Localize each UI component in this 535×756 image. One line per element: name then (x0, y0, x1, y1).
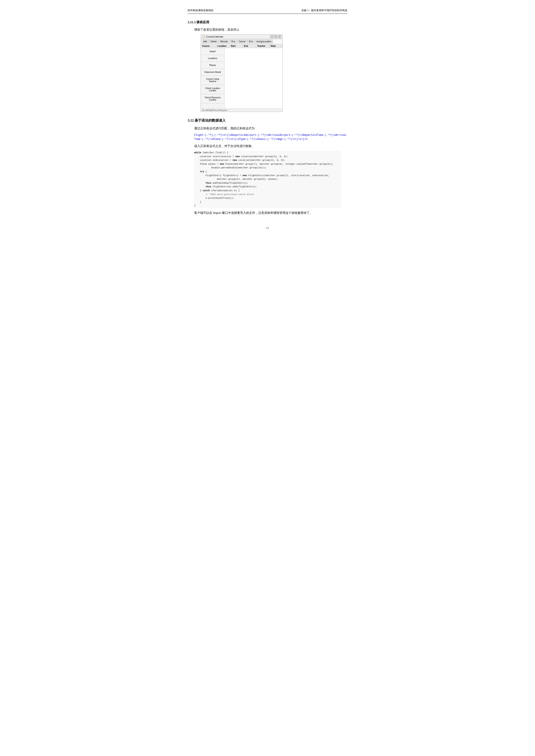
window-title: CourseCalendar (206, 35, 223, 38)
window-titlebar: 📋 CourseCalendar — □ × (201, 35, 282, 39)
toolbar-delete-button[interactable]: Delete (209, 40, 218, 43)
toolbar-allocate-button[interactable]: Allocate (219, 40, 230, 43)
col-start: Start (229, 44, 242, 48)
window-toolbar: Add Delete Allocate Run Cancel End chang… (201, 39, 282, 44)
minimize-button[interactable]: — (270, 35, 273, 38)
toolbar-end-button[interactable]: End (247, 40, 254, 43)
header-right: 实验 3：面向复用和可维护性的软件构造 (301, 9, 347, 12)
header-left: 软件构造课程实验报告 (188, 9, 213, 12)
maximize-button[interactable]: □ (274, 35, 277, 38)
page-number: 17 (266, 226, 269, 230)
col-teacher: Teacher (256, 44, 269, 48)
window-status: @ AddFlightEntry.Dialog.java (201, 108, 282, 112)
page-header: 软件构造课程实验报告 实验 3：面向复用和可维护性的软件构造 (188, 9, 347, 14)
sidebar-check-resource-conflict-button[interactable]: Check Resource Conflict (201, 94, 224, 103)
sidebar-classroom-board-button[interactable]: Classroom Board (201, 69, 224, 76)
col-state: State (269, 44, 282, 48)
table-header: Course Location Start End Teacher State (201, 44, 282, 48)
section-312-heading: 3.12 基于语法的数据读入 (188, 118, 347, 123)
close-button[interactable]: × (278, 35, 281, 38)
section-311-heading: 3.11.3 课表应用 (188, 20, 347, 24)
toolbar-add-button[interactable]: Add (202, 40, 209, 43)
window-body: Import Locations Planes Classroom Board … (201, 48, 282, 108)
section-311: 3.11.3 课表应用 增加了改变位置的按钮，其余同上 📋 CourseCale… (188, 20, 347, 112)
course-calendar-window: 📋 CourseCalendar — □ × Add Delete Alloca… (201, 34, 283, 112)
page-footer: 17 (188, 226, 347, 230)
section-312: 3.12 基于语法的数据读入 通过正则表达式进行匹配，我的正则表达式为 Flig… (188, 118, 347, 216)
section-312-para2: 读入正则表达式之后，对于合法性进行检验。 (194, 144, 347, 149)
sidebar-locations-button[interactable]: Locations (201, 55, 224, 62)
col-end: End (243, 44, 256, 48)
section-312-para1: 通过正则表达式进行匹配，我的正则表达式为 (194, 126, 347, 131)
window-controls[interactable]: — □ × (270, 35, 281, 38)
sidebar: Import Locations Planes Classroom Board … (201, 48, 225, 108)
sidebar-check-location-conflict-button[interactable]: Check Location Conflict (201, 85, 224, 94)
main-table-area (225, 48, 282, 108)
title-left: 📋 CourseCalendar (202, 35, 223, 38)
section-312-regex: Flight:(.*?),(.*?)\n\{\nDepartureAirport… (194, 133, 347, 141)
col-location: Location (216, 44, 229, 48)
window-icon: 📋 (202, 35, 205, 38)
section-312-code: while (matcher.find()) { Location startL… (194, 151, 341, 208)
section-311-subtitle: 增加了改变位置的按钮，其余同上 (194, 28, 347, 32)
section-312-para3: 客户端可以在 Import 窗口中选择要导入的文件，注意高铁和课程管理这个按钮被… (194, 210, 347, 216)
toolbar-changelocation-button[interactable]: changeLocation (255, 40, 273, 43)
col-course: Course (201, 44, 216, 48)
sidebar-planes-button[interactable]: Planes (201, 62, 224, 69)
sidebar-course-using-teacher-button[interactable]: Course Using Teacher (201, 76, 224, 85)
toolbar-run-button[interactable]: Run (230, 40, 237, 43)
sidebar-import-button[interactable]: Import (201, 48, 224, 55)
toolbar-cancel-button[interactable]: Cancel (237, 40, 247, 43)
